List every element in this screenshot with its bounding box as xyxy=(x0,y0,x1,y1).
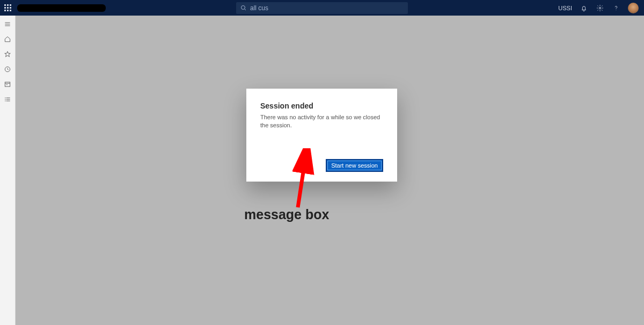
hamburger-icon xyxy=(4,20,11,28)
notifications-button[interactable] xyxy=(580,4,588,12)
nav-expand-button[interactable] xyxy=(3,20,12,28)
help-button[interactable] xyxy=(612,4,620,12)
svg-point-15 xyxy=(5,98,6,98)
star-icon xyxy=(4,50,11,58)
global-search[interactable]: all cus xyxy=(236,2,408,14)
search-text: all cus xyxy=(250,4,268,12)
settings-button[interactable] xyxy=(596,4,604,12)
clock-icon xyxy=(4,66,11,73)
gear-icon xyxy=(596,4,604,12)
nav-workspaces[interactable] xyxy=(3,80,12,89)
svg-point-2 xyxy=(599,7,601,9)
svg-rect-9 xyxy=(5,82,10,86)
svg-line-1 xyxy=(245,9,246,10)
help-icon xyxy=(612,4,620,12)
workspace-icon xyxy=(4,81,11,88)
waffle-icon xyxy=(4,4,11,11)
svg-point-17 xyxy=(5,101,6,102)
nav-recent[interactable] xyxy=(3,65,12,74)
home-icon xyxy=(4,35,11,43)
redacted-brand xyxy=(17,4,106,12)
app-launcher-button[interactable] xyxy=(0,0,16,16)
top-navbar: all cus USSI xyxy=(0,0,644,16)
nav-favorites[interactable] xyxy=(3,50,12,59)
nav-home[interactable] xyxy=(3,35,12,44)
dialog-actions: Start new session xyxy=(260,159,383,172)
user-avatar[interactable] xyxy=(628,3,639,13)
start-new-session-button[interactable]: Start new session xyxy=(326,159,383,172)
svg-point-0 xyxy=(241,5,245,9)
svg-point-16 xyxy=(5,99,6,100)
topbar-right-cluster: USSI xyxy=(558,0,642,16)
nav-modules[interactable] xyxy=(3,95,12,104)
session-ended-dialog: Session ended There was no activity for … xyxy=(246,89,397,182)
company-label: USSI xyxy=(558,5,572,11)
search-icon xyxy=(240,5,247,11)
list-icon xyxy=(4,96,11,103)
svg-marker-7 xyxy=(5,52,11,57)
dialog-body: There was no activity for a while so we … xyxy=(260,113,383,130)
bell-icon xyxy=(580,4,588,12)
dialog-title: Session ended xyxy=(260,102,383,110)
svg-point-3 xyxy=(616,10,617,10)
left-nav-rail xyxy=(0,16,16,325)
